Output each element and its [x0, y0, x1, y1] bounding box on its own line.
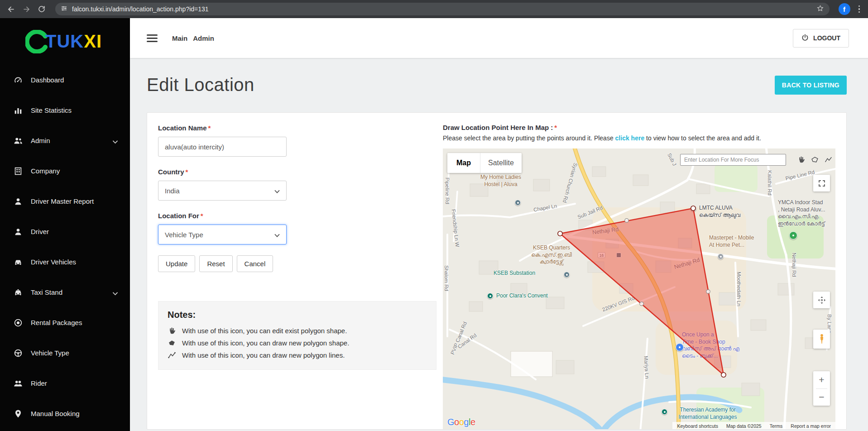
back-icon[interactable]	[6, 5, 15, 14]
keyboard-shortcuts-link[interactable]: Keyboard shortcuts	[677, 423, 718, 429]
dashboard-icon	[13, 75, 24, 86]
map-marker-hostel[interactable]	[515, 200, 521, 206]
street-view-pegman[interactable]	[813, 330, 830, 349]
browser-toolbar: falcon.tukxi.in/admin/location_action.ph…	[0, 0, 868, 18]
sidebar-item-dashboard[interactable]: Dashboard	[0, 65, 130, 95]
sidebar-item-rental-packages[interactable]: Rental Packages	[0, 307, 130, 338]
select-caret-icon	[274, 231, 280, 239]
sidebar-item-manual-booking[interactable]: Manual Booking	[0, 398, 130, 429]
refresh-icon[interactable]	[37, 5, 46, 14]
google-map[interactable]: My Home Ladies Hostel | Aluva Chapel Ln …	[443, 148, 835, 430]
sidebar-item-rider[interactable]: Rider	[0, 368, 130, 398]
location-name-input[interactable]	[158, 137, 287, 157]
note-text: With use of this icon, you can draw new …	[182, 351, 345, 359]
screen: falcon.tukxi.in/admin/location_action.ph…	[0, 0, 868, 431]
note-text: With use of this icon, you can draw new …	[182, 339, 349, 347]
sidebar-item-driver-vehicles[interactable]: Driver Vehicles	[0, 247, 130, 277]
hand-icon	[168, 326, 176, 335]
map-help-text: Please select the area by putting the po…	[443, 134, 835, 142]
pan-control[interactable]	[813, 292, 830, 308]
forward-icon[interactable]	[22, 5, 31, 14]
map-section-label: Draw Location Point Here In Map :*	[443, 124, 835, 132]
logout-button[interactable]: LOGOUT	[793, 29, 849, 48]
target-icon	[13, 317, 24, 328]
map-marker-ymca-court[interactable]	[789, 231, 797, 239]
person-icon	[13, 196, 24, 207]
map-marker-poi[interactable]	[718, 254, 724, 259]
steering-wheel-icon	[13, 348, 24, 359]
back-to-listing-button[interactable]: BACK TO LISTING	[775, 76, 847, 95]
note-text: With use of this icon, you can edit exis…	[182, 327, 347, 335]
notes-box: Notes: With use of this icon, you can ed…	[158, 301, 436, 370]
page-title: Edit Location	[147, 75, 254, 95]
content-area: Edit Location BACK TO LISTING Location N…	[130, 58, 868, 431]
polyline-icon	[168, 351, 176, 359]
app-logo[interactable]: TUKXI	[0, 18, 130, 65]
sidebar-item-admin[interactable]: Admin	[0, 125, 130, 156]
topbar: Main Admin LOGOUT	[130, 18, 868, 58]
location-form: Location Name* Country* India Location F…	[158, 124, 443, 429]
power-icon	[801, 34, 809, 43]
hamburger-menu-icon[interactable]	[147, 34, 158, 42]
fullscreen-button[interactable]	[813, 175, 830, 192]
browser-menu-icon[interactable]	[857, 4, 862, 15]
edit-location-card: Location Name* Country* India Location F…	[147, 112, 847, 430]
update-button[interactable]: Update	[158, 255, 195, 272]
car-icon	[13, 257, 24, 268]
sidebar-item-driver-master-report[interactable]: Driver Master Report	[0, 186, 130, 216]
people-icon	[13, 378, 24, 389]
url-bar[interactable]: falcon.tukxi.in/admin/location_action.ph…	[55, 3, 830, 15]
location-for-label: Location For*	[158, 211, 443, 220]
chevron-down-icon	[112, 289, 118, 297]
zoom-out-button[interactable]: −	[813, 389, 830, 406]
map-search-input[interactable]	[680, 154, 786, 166]
country-label: Country*	[158, 168, 443, 177]
zoom-control: + −	[813, 371, 830, 406]
profile-avatar[interactable]: f	[839, 3, 850, 15]
sidebar-item-taxi-stand[interactable]: Taxi Stand	[0, 277, 130, 307]
building-icon	[13, 166, 24, 177]
select-caret-icon	[274, 187, 280, 195]
map-attribution: Keyboard shortcuts Map data ©2025 Terms …	[672, 422, 835, 430]
sidebar-nav: Dashboard Site Statistics Admin Company	[0, 65, 130, 429]
click-here-link[interactable]: click here	[615, 134, 645, 142]
report-map-error-link[interactable]: Report a map error	[791, 423, 831, 429]
sidebar-item-driver[interactable]: Driver	[0, 216, 130, 247]
sidebar-item-company[interactable]: Company	[0, 156, 130, 186]
map-marker-academy[interactable]	[662, 409, 667, 415]
cancel-button[interactable]: Cancel	[237, 255, 273, 272]
reset-button[interactable]: Reset	[199, 255, 232, 272]
hand-tool-icon[interactable]	[796, 154, 806, 164]
map-pin-icon	[13, 408, 24, 419]
zoom-in-button[interactable]: +	[813, 372, 830, 388]
draw-polygon-tool-icon[interactable]	[810, 154, 820, 164]
breadcrumb: Main Admin	[172, 34, 214, 42]
map-marker-convent[interactable]	[487, 293, 493, 299]
sidebar-item-site-statistics[interactable]: Site Statistics	[0, 95, 130, 125]
satellite-type-button[interactable]: Satellite	[480, 153, 522, 173]
sidebar: TUKXI Dashboard Site Statistics Admin	[0, 18, 130, 431]
logo-text: TUKXI	[45, 31, 102, 52]
url-text[interactable]: falcon.tukxi.in/admin/location_action.ph…	[72, 5, 812, 13]
draw-polyline-tool-icon[interactable]	[823, 154, 833, 164]
chevron-down-icon	[112, 138, 118, 145]
sidebar-item-vehicle-type[interactable]: Vehicle Type	[0, 338, 130, 368]
location-for-select[interactable]: Vehicle Type	[158, 225, 287, 244]
notes-title: Notes:	[168, 310, 427, 320]
map-section: Draw Location Point Here In Map :* Pleas…	[443, 124, 835, 429]
taxi-icon	[13, 287, 24, 298]
country-select[interactable]: India	[158, 181, 287, 201]
location-name-label: Location Name*	[158, 124, 443, 133]
site-info-icon[interactable]	[61, 5, 67, 14]
map-data-text: Map data ©2025	[726, 423, 762, 429]
person-icon	[13, 226, 24, 237]
map-marker-substation[interactable]	[564, 272, 570, 278]
bar-chart-icon	[13, 105, 24, 116]
map-marker-book-shop[interactable]	[676, 343, 684, 351]
map-type-button[interactable]: Map	[447, 153, 480, 173]
bookmark-star-icon[interactable]	[816, 5, 824, 14]
terms-link[interactable]: Terms	[770, 423, 783, 429]
people-icon	[13, 135, 24, 146]
map-type-control: Map Satellite	[447, 153, 522, 173]
polygon-icon	[168, 339, 176, 347]
